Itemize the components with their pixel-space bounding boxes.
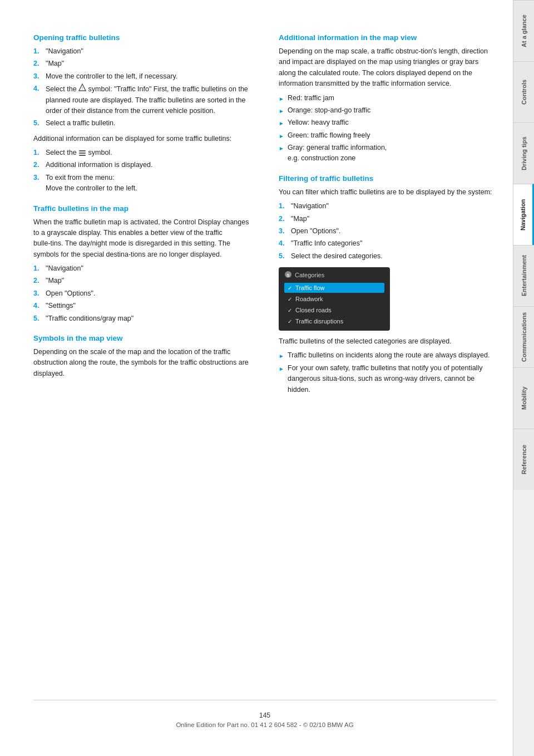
check-icon: ✓ bbox=[288, 318, 292, 325]
section-filtering-traffic: Filtering of traffic bulletins bbox=[279, 174, 496, 183]
bullet-gray: ► Gray: general traffic information,e.g.… bbox=[279, 143, 496, 164]
tbm-step-5: 5. "Traffic conditions/gray map" bbox=[33, 313, 251, 324]
category-roadwork[interactable]: ✓ Roadwork bbox=[284, 294, 384, 304]
filt-step-3: 3. Open "Options". bbox=[279, 226, 496, 237]
warning-icon: ! bbox=[78, 85, 86, 93]
filt-step-2: 2. "Map" bbox=[279, 214, 496, 224]
category-closed-roads[interactable]: ✓ Closed roads bbox=[284, 305, 384, 315]
symbols-map-view-text: Depending on the scale of the map and th… bbox=[33, 347, 251, 379]
bullet-orange: ► Orange: stop-and-go traffic bbox=[279, 105, 496, 116]
additional-info-map-text: Depending on the map scale, a traffic ob… bbox=[279, 46, 496, 90]
sidebar: At a glance Controls Driving tips Naviga… bbox=[513, 0, 534, 756]
tbm-step-4: 4. "Settings" bbox=[33, 301, 251, 311]
add-step-2: 2. Additional information is displayed. bbox=[33, 160, 251, 170]
check-icon: ✓ bbox=[288, 285, 292, 291]
traffic-bulletins-map-text: When the traffic bulletin map is activat… bbox=[33, 217, 251, 261]
sidebar-tab-navigation[interactable]: Navigation bbox=[513, 184, 534, 245]
after-categories-text: Traffic bulletins of the selected catego… bbox=[279, 336, 496, 347]
bullet-arrow-icon: ► bbox=[279, 95, 284, 104]
color-bullets: ► Red: traffic jam ► Orange: stop-and-go… bbox=[279, 93, 496, 164]
page-footer: 145 Online Edition for Part no. 01 41 2 … bbox=[33, 700, 496, 734]
check-icon: ✓ bbox=[288, 307, 292, 313]
filtering-traffic-text: You can filter which traffic bulletins a… bbox=[279, 187, 496, 198]
sidebar-tab-mobility[interactable]: Mobility bbox=[513, 367, 534, 429]
steps-opening-traffic: 1. "Navigation" 2. "Map" 3. Move the con… bbox=[33, 46, 251, 129]
bullet-arrow-icon: ► bbox=[279, 365, 284, 374]
page-container: Opening traffic bulletins 1. "Navigation… bbox=[0, 0, 534, 756]
steps-traffic-bulletin-map: 1. "Navigation" 2. "Map" 3. Open "Option… bbox=[33, 263, 251, 324]
step-3: 3. Move the controller to the left, if n… bbox=[33, 71, 251, 82]
step-2: 2. "Map" bbox=[33, 58, 251, 69]
section-traffic-bulletins-map: Traffic bulletins in the map bbox=[33, 204, 251, 213]
add-step-1: 1. Select the symbol. bbox=[33, 148, 251, 158]
check-icon: ✓ bbox=[288, 296, 292, 302]
sidebar-tab-driving-tips[interactable]: Driving tips bbox=[513, 122, 534, 184]
bullet-arrow-icon: ► bbox=[279, 132, 284, 141]
right-column: Additional information in the map view D… bbox=[273, 33, 496, 683]
svg-rect-4 bbox=[79, 155, 86, 156]
section-symbols-map-view: Symbols in the map view bbox=[33, 334, 251, 342]
safety-bullets: ► Traffic bulletins on incidents along t… bbox=[279, 350, 496, 395]
filt-step-4: 4. "Traffic Info categories" bbox=[279, 238, 496, 249]
bullet-arrow-icon: ► bbox=[279, 352, 284, 361]
categories-icon: S bbox=[284, 271, 292, 279]
bullet-arrow-icon: ► bbox=[279, 107, 284, 116]
section-opening-traffic-bulletins: Opening traffic bulletins bbox=[33, 33, 251, 42]
categories-title: S Categories bbox=[284, 271, 384, 279]
bullet-arrow-icon: ► bbox=[279, 119, 284, 128]
filt-step-5: 5. Select the desired categories. bbox=[279, 251, 496, 262]
step-5: 5. Select a traffic bulletin. bbox=[33, 118, 251, 129]
svg-text:S: S bbox=[286, 273, 290, 278]
bullet-green: ► Green: traffic flowing freely bbox=[279, 130, 496, 141]
svg-rect-3 bbox=[79, 153, 86, 154]
step-4: 4. Select the ! symbol: "Traffic Info" F… bbox=[33, 84, 251, 116]
left-column: Opening traffic bulletins 1. "Navigation… bbox=[33, 33, 256, 683]
steps-additional-info: 1. Select the symbol. 2. Additional info… bbox=[33, 148, 251, 194]
sidebar-tab-controls[interactable]: Controls bbox=[513, 61, 534, 122]
svg-rect-2 bbox=[79, 150, 86, 151]
svg-text:!: ! bbox=[82, 86, 83, 90]
tbm-step-2: 2. "Map" bbox=[33, 276, 251, 286]
page-number: 145 bbox=[33, 711, 496, 719]
sidebar-tab-reference[interactable]: Reference bbox=[513, 429, 534, 490]
bullet-red: ► Red: traffic jam bbox=[279, 93, 496, 104]
step-1: 1. "Navigation" bbox=[33, 46, 251, 57]
bullet-arrow-icon: ► bbox=[279, 144, 284, 153]
filt-step-1: 1. "Navigation" bbox=[279, 201, 496, 212]
copyright-text: Online Edition for Part no. 01 41 2 604 … bbox=[33, 721, 496, 728]
sidebar-tab-entertainment[interactable]: Entertainment bbox=[513, 245, 534, 306]
steps-filtering: 1. "Navigation" 2. "Map" 3. Open "Option… bbox=[279, 201, 496, 262]
section-additional-info-map: Additional information in the map view bbox=[279, 33, 496, 42]
category-traffic-disruptions[interactable]: ✓ Traffic disruptions bbox=[284, 316, 384, 326]
sidebar-tab-communications[interactable]: Communications bbox=[513, 306, 534, 367]
main-content: Opening traffic bulletins 1. "Navigation… bbox=[0, 0, 513, 756]
categories-box: S Categories ✓ Traffic flow ✓ Roadwork bbox=[279, 267, 390, 331]
category-traffic-flow[interactable]: ✓ Traffic flow bbox=[284, 283, 384, 293]
additional-intro: Additional information can be displayed … bbox=[33, 134, 251, 144]
add-step-3: 3. To exit from the menu:Move the contro… bbox=[33, 173, 251, 194]
bullet-yellow: ► Yellow: heavy traffic bbox=[279, 117, 496, 128]
sidebar-tab-at-a-glance[interactable]: At a glance bbox=[513, 0, 534, 61]
menu-icon bbox=[78, 149, 86, 156]
two-column-layout: Opening traffic bulletins 1. "Navigation… bbox=[33, 33, 496, 683]
tbm-step-3: 3. Open "Options". bbox=[33, 288, 251, 299]
tbm-step-1: 1. "Navigation" bbox=[33, 263, 251, 274]
bullet-incidents: ► Traffic bulletins on incidents along t… bbox=[279, 350, 496, 361]
bullet-safety: ► For your own safety, traffic bulletins… bbox=[279, 363, 496, 395]
